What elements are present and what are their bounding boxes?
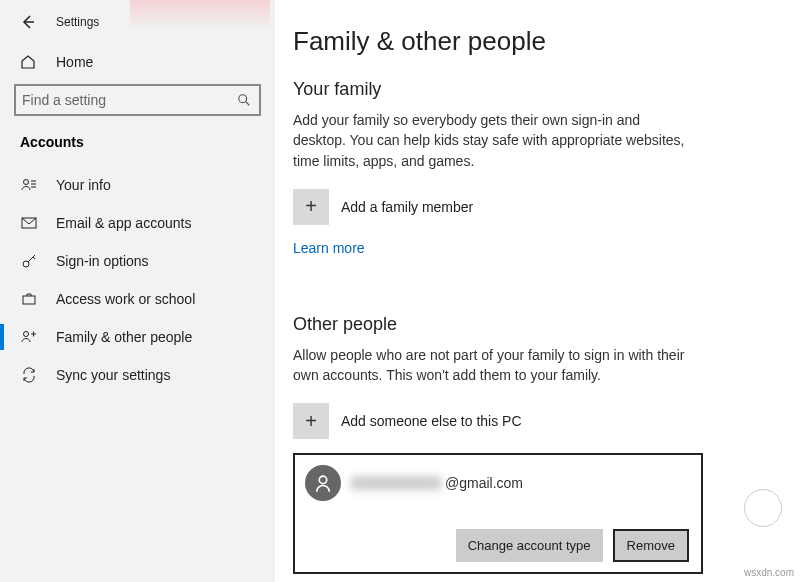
- people-icon: [20, 328, 38, 346]
- redacted-name: [351, 476, 441, 490]
- sidebar-item-sync[interactable]: Sync your settings: [0, 356, 275, 394]
- svg-point-1: [239, 95, 247, 103]
- home-label: Home: [56, 54, 93, 70]
- svg-line-10: [33, 257, 35, 259]
- user-info-icon: [20, 176, 38, 194]
- plus-icon: +: [293, 403, 329, 439]
- family-desc: Add your family so everybody gets their …: [293, 110, 693, 171]
- search-input[interactable]: [22, 92, 237, 108]
- home-icon: [20, 54, 38, 70]
- add-other-user[interactable]: + Add someone else to this PC: [293, 403, 766, 439]
- sidebar-item-work[interactable]: Access work or school: [0, 280, 275, 318]
- search-icon: [237, 93, 251, 107]
- watermark: wsxdn.com: [744, 567, 794, 578]
- account-card: @gmail.com Change account type Remove: [293, 453, 703, 574]
- sidebar-item-your-info[interactable]: Your info: [0, 166, 275, 204]
- sidebar-item-email[interactable]: Email & app accounts: [0, 204, 275, 242]
- help-button[interactable]: [744, 489, 782, 527]
- sidebar-item-label: Sync your settings: [56, 367, 170, 383]
- other-desc: Allow people who are not part of your fa…: [293, 345, 693, 386]
- sidebar-item-label: Your info: [56, 177, 111, 193]
- add-family-member[interactable]: + Add a family member: [293, 189, 766, 225]
- avatar: [305, 465, 341, 501]
- svg-point-3: [24, 180, 29, 185]
- svg-point-12: [24, 332, 29, 337]
- sidebar-item-label: Sign-in options: [56, 253, 149, 269]
- section-label: Accounts: [0, 134, 275, 150]
- sidebar-item-label: Email & app accounts: [56, 215, 191, 231]
- svg-rect-11: [23, 296, 35, 304]
- account-email: @gmail.com: [445, 475, 523, 491]
- page-title: Family & other people: [293, 26, 766, 57]
- change-account-type-button[interactable]: Change account type: [456, 529, 603, 562]
- family-heading: Your family: [293, 79, 766, 100]
- plus-icon: +: [293, 189, 329, 225]
- key-icon: [20, 252, 38, 270]
- sidebar-item-signin[interactable]: Sign-in options: [0, 242, 275, 280]
- svg-point-15: [319, 477, 327, 485]
- other-heading: Other people: [293, 314, 766, 335]
- remove-button[interactable]: Remove: [613, 529, 689, 562]
- svg-line-2: [246, 102, 250, 106]
- sidebar-item-label: Family & other people: [56, 329, 192, 345]
- sidebar-item-label: Access work or school: [56, 291, 195, 307]
- back-button[interactable]: [18, 12, 38, 32]
- add-family-label: Add a family member: [341, 199, 473, 215]
- account-row[interactable]: @gmail.com: [305, 465, 689, 501]
- sidebar-item-family[interactable]: Family & other people: [0, 318, 275, 356]
- window-title: Settings: [56, 15, 99, 29]
- home-nav[interactable]: Home: [0, 44, 275, 80]
- briefcase-icon: [20, 290, 38, 308]
- add-other-label: Add someone else to this PC: [341, 413, 522, 429]
- search-box[interactable]: [14, 84, 261, 116]
- sync-icon: [20, 366, 38, 384]
- mail-icon: [20, 214, 38, 232]
- learn-more-link[interactable]: Learn more: [293, 240, 365, 256]
